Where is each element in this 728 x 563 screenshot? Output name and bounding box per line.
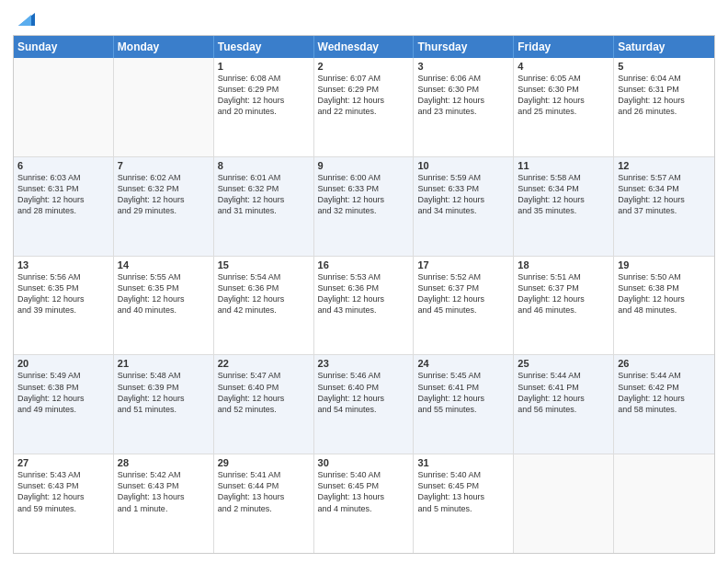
sunrise-line: Sunrise: 6:07 AM (318, 73, 410, 84)
calendar-day-5: 5Sunrise: 6:04 AMSunset: 6:31 PMDaylight… (614, 58, 714, 156)
day-number: 8 (218, 160, 310, 171)
sunrise-line: Sunrise: 6:01 AM (218, 172, 310, 183)
header-day-friday: Friday (514, 36, 614, 58)
sunrise-line: Sunrise: 5:44 AM (518, 370, 609, 381)
calendar-day-14: 14Sunrise: 5:55 AMSunset: 6:35 PMDayligh… (114, 257, 214, 355)
calendar-week-2: 6Sunrise: 6:03 AMSunset: 6:31 PMDaylight… (14, 157, 714, 257)
daylight-line: Daylight: 12 hours (17, 393, 109, 404)
sunrise-line: Sunrise: 5:55 AM (118, 271, 210, 282)
sunset-line: Sunset: 6:29 PM (318, 84, 410, 95)
sunset-line: Sunset: 6:29 PM (218, 84, 310, 95)
sunrise-line: Sunrise: 5:41 AM (218, 469, 310, 480)
sunrise-line: Sunrise: 5:47 AM (218, 370, 310, 381)
sunset-line: Sunset: 6:40 PM (218, 382, 310, 393)
calendar-week-3: 13Sunrise: 5:56 AMSunset: 6:35 PMDayligh… (14, 257, 714, 356)
sunrise-line: Sunrise: 6:05 AM (518, 73, 609, 84)
daylight-line: Daylight: 13 hours (318, 491, 410, 502)
day-number: 28 (118, 457, 210, 468)
calendar-day-11: 11Sunrise: 5:58 AMSunset: 6:34 PMDayligh… (514, 157, 614, 256)
day-number: 10 (417, 160, 509, 171)
daylight-line: Daylight: 12 hours (518, 194, 609, 205)
day-number: 25 (518, 358, 609, 369)
sunrise-line: Sunrise: 5:43 AM (17, 469, 109, 480)
sunset-line: Sunset: 6:38 PM (618, 282, 711, 293)
calendar-day-6: 6Sunrise: 6:03 AMSunset: 6:31 PMDaylight… (14, 157, 114, 256)
sunset-line: Sunset: 6:39 PM (118, 382, 210, 393)
calendar-day-19: 19Sunrise: 5:50 AMSunset: 6:38 PMDayligh… (614, 257, 714, 355)
daylight-line: Daylight: 13 hours (417, 491, 509, 502)
daylight-line: and 45 minutes. (417, 304, 509, 316)
day-number: 18 (518, 259, 609, 270)
day-number: 26 (618, 358, 711, 369)
sunset-line: Sunset: 6:43 PM (17, 480, 109, 491)
sunset-line: Sunset: 6:42 PM (618, 382, 711, 393)
daylight-line: and 1 minute. (118, 503, 210, 514)
daylight-line: and 29 minutes. (118, 205, 210, 216)
daylight-line: and 59 minutes. (17, 503, 109, 514)
daylight-line: and 52 minutes. (218, 404, 310, 415)
calendar-body: 1Sunrise: 6:08 AMSunset: 6:29 PMDaylight… (14, 58, 714, 553)
day-number: 22 (218, 358, 310, 369)
daylight-line: and 37 minutes. (618, 205, 711, 216)
day-number: 9 (318, 160, 410, 171)
calendar-day-23: 23Sunrise: 5:46 AMSunset: 6:40 PMDayligh… (314, 355, 415, 454)
daylight-line: and 4 minutes. (318, 503, 410, 514)
sunset-line: Sunset: 6:41 PM (518, 382, 609, 393)
calendar-day-18: 18Sunrise: 5:51 AMSunset: 6:37 PMDayligh… (514, 257, 614, 355)
day-number: 12 (618, 160, 711, 171)
sunrise-line: Sunrise: 5:53 AM (318, 271, 410, 282)
sunset-line: Sunset: 6:37 PM (518, 282, 609, 293)
daylight-line: Daylight: 12 hours (218, 194, 310, 205)
day-number: 20 (17, 358, 109, 369)
sunrise-line: Sunrise: 5:54 AM (218, 271, 310, 282)
sunset-line: Sunset: 6:31 PM (17, 183, 109, 194)
daylight-line: and 58 minutes. (618, 404, 711, 415)
sunset-line: Sunset: 6:40 PM (318, 382, 410, 393)
daylight-line: Daylight: 12 hours (417, 393, 509, 404)
day-number: 6 (17, 160, 109, 171)
daylight-line: Daylight: 12 hours (618, 194, 711, 205)
day-number: 24 (417, 358, 509, 369)
calendar-day-8: 8Sunrise: 6:01 AMSunset: 6:32 PMDaylight… (214, 157, 314, 256)
day-number: 21 (118, 358, 210, 369)
day-number: 1 (218, 61, 310, 72)
daylight-line: Daylight: 12 hours (17, 293, 109, 304)
calendar-day-15: 15Sunrise: 5:54 AMSunset: 6:36 PMDayligh… (214, 257, 314, 355)
sunset-line: Sunset: 6:45 PM (318, 480, 410, 491)
daylight-line: and 5 minutes. (417, 503, 509, 514)
sunrise-line: Sunrise: 6:00 AM (318, 172, 410, 183)
daylight-line: and 26 minutes. (618, 106, 711, 117)
daylight-line: Daylight: 13 hours (218, 491, 310, 502)
calendar: SundayMondayTuesdayWednesdayThursdayFrid… (13, 35, 715, 554)
header (13, 9, 715, 29)
daylight-line: Daylight: 13 hours (118, 491, 210, 502)
calendar-day-25: 25Sunrise: 5:44 AMSunset: 6:41 PMDayligh… (514, 355, 614, 454)
sunrise-line: Sunrise: 5:40 AM (417, 469, 509, 480)
logo-icon (15, 9, 35, 29)
header-day-thursday: Thursday (414, 36, 514, 58)
sunset-line: Sunset: 6:34 PM (518, 183, 609, 194)
calendar-day-12: 12Sunrise: 5:57 AMSunset: 6:34 PMDayligh… (614, 157, 714, 256)
calendar-day-4: 4Sunrise: 6:05 AMSunset: 6:30 PMDaylight… (514, 58, 614, 156)
day-number: 3 (417, 61, 509, 72)
daylight-line: Daylight: 12 hours (17, 194, 109, 205)
day-number: 31 (417, 457, 509, 468)
daylight-line: Daylight: 12 hours (618, 95, 711, 106)
daylight-line: Daylight: 12 hours (218, 393, 310, 404)
daylight-line: Daylight: 12 hours (417, 293, 509, 304)
day-number: 30 (318, 457, 410, 468)
page: SundayMondayTuesdayWednesdayThursdayFrid… (0, 0, 728, 563)
daylight-line: Daylight: 12 hours (518, 293, 609, 304)
day-number: 7 (118, 160, 210, 171)
daylight-line: and 2 minutes. (218, 503, 310, 514)
sunset-line: Sunset: 6:36 PM (218, 282, 310, 293)
logo (13, 9, 35, 29)
daylight-line: Daylight: 12 hours (618, 393, 711, 404)
daylight-line: Daylight: 12 hours (218, 293, 310, 304)
sunset-line: Sunset: 6:35 PM (118, 282, 210, 293)
daylight-line: and 48 minutes. (618, 304, 711, 316)
day-number: 4 (518, 61, 609, 72)
daylight-line: and 49 minutes. (17, 404, 109, 415)
sunset-line: Sunset: 6:45 PM (417, 480, 509, 491)
day-number: 16 (318, 259, 410, 270)
